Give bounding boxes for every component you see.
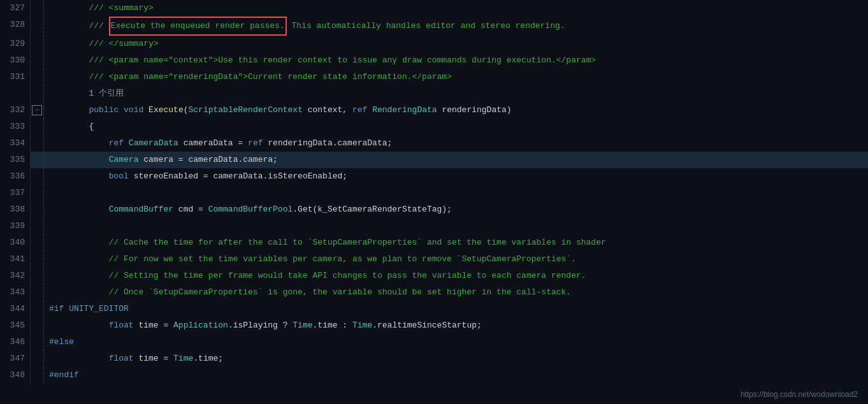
fold-minus-icon[interactable]: − <box>32 105 42 115</box>
code-line: 330 /// <param name="context">Use this r… <box>0 52 868 69</box>
highlighted-code-segment: Execute the enqueued render passes. <box>109 17 287 36</box>
code-content: CommandBuffer cmd = CommandBufferPool.Ge… <box>44 201 868 218</box>
fold-gutter <box>31 284 43 301</box>
fold-gutter[interactable]: − <box>31 102 43 119</box>
code-token: ref <box>109 135 124 152</box>
line-number: 336 <box>0 168 31 185</box>
fold-gutter <box>31 218 43 234</box>
code-token: ref <box>248 135 263 152</box>
code-token: // For now we set the time variables per… <box>49 251 576 268</box>
code-token: /// <box>49 18 109 34</box>
fold-gutter <box>31 234 43 251</box>
line-number: 329 <box>0 36 31 52</box>
line-number: 327 <box>0 0 31 17</box>
fold-gutter <box>31 251 43 268</box>
code-content: #endif <box>44 367 868 384</box>
code-content: #if UNITY_EDITOR <box>44 301 868 317</box>
code-token: CameraData <box>129 135 178 152</box>
fold-gutter <box>31 201 43 218</box>
code-line: 346#else <box>0 334 868 350</box>
code-token: public <box>89 102 119 119</box>
code-content: 1 个引用 <box>44 85 868 102</box>
line-number: 335 <box>0 152 31 168</box>
code-token: .realtimeSinceStartup; <box>372 317 482 334</box>
code-token: // Once `SetupCameraProperties` is gone,… <box>49 284 571 301</box>
code-token: #endif <box>49 367 79 384</box>
code-token <box>367 102 372 119</box>
fold-gutter <box>31 135 43 152</box>
code-content: // For now we set the time variables per… <box>44 251 868 268</box>
code-token: ref <box>352 102 367 119</box>
code-line: 337 <box>0 185 868 201</box>
code-content: // Cache the time for after the call to … <box>44 234 868 251</box>
code-line: 338 CommandBuffer cmd = CommandBufferPoo… <box>0 201 868 218</box>
code-token: camera = cameraData.camera; <box>138 152 277 168</box>
code-token <box>49 152 109 168</box>
line-number: 345 <box>0 317 31 334</box>
fold-gutter <box>31 268 43 284</box>
code-content: /// Execute the enqueued render passes. … <box>44 17 868 36</box>
code-line: 348#endif <box>0 367 868 384</box>
line-number: 328 <box>0 17 31 36</box>
code-token: context, <box>303 102 352 119</box>
line-number: 347 <box>0 350 31 367</box>
fold-gutter <box>31 85 43 102</box>
code-line: 327 /// <summary> <box>0 0 868 17</box>
code-token <box>49 168 109 185</box>
code-content: /// <summary> <box>44 0 868 17</box>
code-token: float <box>109 317 134 334</box>
line-number: 343 <box>0 284 31 301</box>
code-content: float time = Application.isPlaying ? Tim… <box>44 317 868 334</box>
code-token: bool <box>109 168 129 185</box>
line-number: 342 <box>0 268 31 284</box>
code-token: cameraData = <box>178 135 248 152</box>
code-line: 344#if UNITY_EDITOR <box>0 301 868 317</box>
code-token: time = <box>134 317 173 334</box>
line-number: 348 <box>0 367 31 384</box>
fold-gutter <box>31 367 43 384</box>
code-token: #else <box>49 334 74 350</box>
code-line: 329 /// </summary> <box>0 36 868 52</box>
code-token: void <box>124 102 143 119</box>
code-content: /// <param name="renderingData">Current … <box>44 69 868 85</box>
code-line: 334 ref CameraData cameraData = ref rend… <box>0 135 868 152</box>
code-content: float time = Time.time; <box>44 350 868 367</box>
code-content: { <box>44 119 868 135</box>
code-content: #else <box>44 334 868 350</box>
code-token: #if UNITY_EDITOR <box>49 301 129 317</box>
code-token: /// <param name="context">Use this rende… <box>49 52 596 69</box>
code-token: ScriptableRenderContext <box>189 102 303 119</box>
fold-gutter <box>31 69 43 85</box>
fold-gutter <box>31 52 43 69</box>
code-line: 340 // Cache the time for after the call… <box>0 234 868 251</box>
fold-gutter <box>31 301 43 317</box>
code-token: // Cache the time for after the call to … <box>49 234 606 251</box>
code-line: 339 <box>0 218 868 234</box>
code-content <box>44 218 868 234</box>
code-line: 343 // Once `SetupCameraProperties` is g… <box>0 284 868 301</box>
code-token <box>49 201 109 218</box>
line-number: 331 <box>0 69 31 85</box>
code-token: CommandBuffer <box>109 201 173 218</box>
code-content: Camera camera = cameraData.camera; <box>44 152 868 168</box>
code-token: CommandBufferPool <box>208 201 293 218</box>
code-line: 341 // For now we set the time variables… <box>0 251 868 268</box>
code-token: renderingData.cameraData; <box>263 135 392 152</box>
line-number: 337 <box>0 185 31 201</box>
line-number: 333 <box>0 119 31 135</box>
fold-gutter <box>31 119 43 135</box>
code-line: 332− public void Execute(ScriptableRende… <box>0 102 868 119</box>
code-editor: 327 /// <summary>328 /// Execute the enq… <box>0 0 868 404</box>
line-number: 344 <box>0 301 31 317</box>
code-token: RenderingData <box>372 102 437 119</box>
code-content: // Setting the time per frame would take… <box>44 268 868 284</box>
code-token <box>49 135 109 152</box>
code-token: /// </summary> <box>49 36 159 52</box>
code-line: 347 float time = Time.time; <box>0 350 868 367</box>
fold-gutter <box>31 334 43 350</box>
line-number <box>0 85 31 102</box>
code-line: 336 bool stereoEnabled = cameraData.isSt… <box>0 168 868 185</box>
code-token: /// <param name="renderingData">Current … <box>49 69 452 85</box>
code-line: 333 { <box>0 119 868 135</box>
watermark: https://blog.csdn.net/wodownload2 <box>741 390 858 399</box>
